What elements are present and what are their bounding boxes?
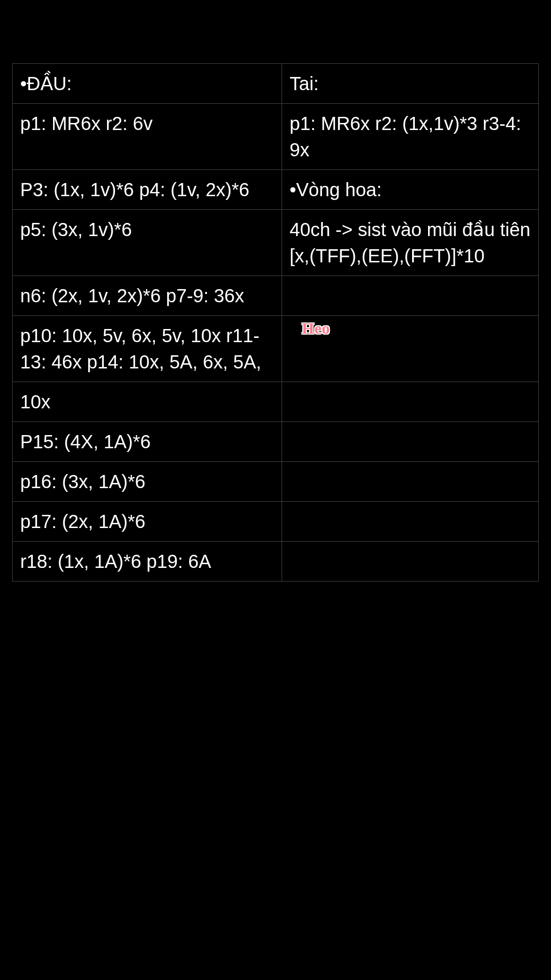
cell-left: p10: 10x, 5v, 6x, 5v, 10x r11-13: 46x p1… <box>13 316 282 382</box>
pattern-table: •ĐẦU: Tai: p1: MR6x r2: 6v p1: MR6x r2: … <box>12 63 539 582</box>
cell-right <box>282 382 538 422</box>
table-row: P3: (1x, 1v)*6 p4: (1v, 2x)*6 •Vòng hoa: <box>13 170 539 210</box>
cell-right: 40ch -> sist vào mũi đầu tiên [x,(TFF),(… <box>282 210 538 276</box>
cell-right <box>282 542 538 582</box>
table-row: p5: (3x, 1v)*6 40ch -> sist vào mũi đầu … <box>13 210 539 276</box>
cell-right-sticker: Heo <box>282 276 538 316</box>
table-row: p16: (3x, 1A)*6 <box>13 462 539 502</box>
table-row: p10: 10x, 5v, 6x, 5v, 10x r11-13: 46x p1… <box>13 316 539 382</box>
table-row: r18: (1x, 1A)*6 p19: 6A <box>13 542 539 582</box>
cell-right: p1: MR6x r2: (1x,1v)*3 r3-4: 9x <box>282 104 538 170</box>
table-row: 10x <box>13 382 539 422</box>
cell-right: Tai: <box>282 64 538 104</box>
cell-right <box>282 422 538 462</box>
cell-left: p5: (3x, 1v)*6 <box>13 210 282 276</box>
table-row: •ĐẦU: Tai: <box>13 64 539 104</box>
cell-left: p1: MR6x r2: 6v <box>13 104 282 170</box>
table-row: p1: MR6x r2: 6v p1: MR6x r2: (1x,1v)*3 r… <box>13 104 539 170</box>
cell-left: P3: (1x, 1v)*6 p4: (1v, 2x)*6 <box>13 170 282 210</box>
cell-right <box>282 316 538 382</box>
cell-left: P15: (4X, 1A)*6 <box>13 422 282 462</box>
cell-right <box>282 462 538 502</box>
cell-left: •ĐẦU: <box>13 64 282 104</box>
cell-left: 10x <box>13 382 282 422</box>
page-container: •ĐẦU: Tai: p1: MR6x r2: 6v p1: MR6x r2: … <box>0 0 551 582</box>
table-row: P15: (4X, 1A)*6 <box>13 422 539 462</box>
cell-left: p16: (3x, 1A)*6 <box>13 462 282 502</box>
cell-left: p17: (2x, 1A)*6 <box>13 502 282 542</box>
table-row: n6: (2x, 1v, 2x)*6 p7-9: 36x Heo <box>13 276 539 316</box>
cell-right: •Vòng hoa: <box>282 170 538 210</box>
table-row: p17: (2x, 1A)*6 <box>13 502 539 542</box>
cell-left: r18: (1x, 1A)*6 p19: 6A <box>13 542 282 582</box>
cell-right <box>282 502 538 542</box>
cell-left: n6: (2x, 1v, 2x)*6 p7-9: 36x <box>13 276 282 316</box>
